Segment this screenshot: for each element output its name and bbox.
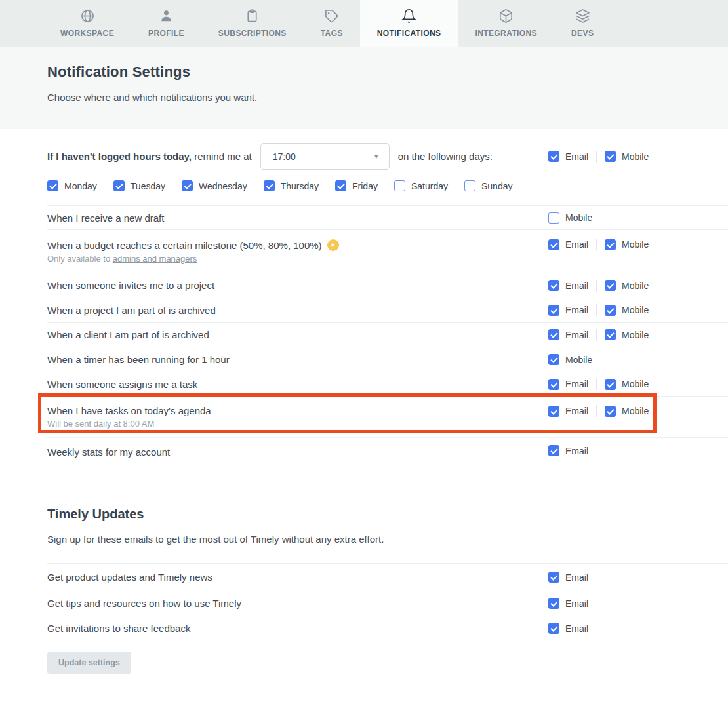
- mobile-checkbox[interactable]: [605, 329, 616, 340]
- channel-label: Mobile: [565, 212, 592, 223]
- row-label: Get invitations to share feedback: [47, 623, 548, 634]
- channel-label: Mobile: [622, 151, 649, 162]
- notification-row-highlighted: When I have tasks on today's agenda Will…: [47, 396, 728, 437]
- time-select[interactable]: 17:00 ▼: [260, 143, 390, 170]
- day-checkbox[interactable]: [47, 180, 58, 191]
- notification-row: When someone invites me to a project Ema…: [47, 273, 728, 298]
- update-row: Get product updates and Timely news Emai…: [47, 563, 728, 591]
- clipboard-icon: [245, 9, 260, 24]
- channel-email[interactable]: Email: [548, 379, 588, 390]
- reminder-channels: Email Mobile: [548, 151, 649, 163]
- tab-devs[interactable]: DEVS: [554, 0, 611, 47]
- day-sunday[interactable]: Sunday: [464, 180, 512, 191]
- channel-email[interactable]: Email: [548, 445, 588, 456]
- email-checkbox[interactable]: [548, 598, 559, 609]
- updates-title: Timely Updates: [47, 507, 681, 522]
- email-checkbox[interactable]: [548, 151, 559, 162]
- row-label: When I have tasks on today's agenda: [47, 405, 548, 416]
- channel-mobile[interactable]: Mobile: [605, 239, 649, 250]
- channel-mobile[interactable]: Mobile: [548, 212, 592, 224]
- email-checkbox[interactable]: [548, 406, 559, 417]
- row-label: When a timer has been running for 1 hour: [47, 354, 548, 365]
- channel-label: Email: [565, 281, 588, 291]
- day-wednesday[interactable]: Wednesday: [182, 180, 247, 191]
- channel-email[interactable]: Email: [548, 305, 588, 316]
- channel-mobile[interactable]: Mobile: [605, 280, 649, 291]
- mobile-checkbox[interactable]: [548, 354, 559, 365]
- admins-managers-link[interactable]: admins and managers: [113, 254, 197, 264]
- day-checkbox[interactable]: [182, 180, 193, 191]
- channel-email[interactable]: Email: [548, 598, 588, 609]
- row-label: When a budget reaches a certain mileston…: [47, 239, 548, 251]
- day-checkbox[interactable]: [335, 180, 346, 191]
- update-row: Get invitations to share feedback Email: [47, 616, 728, 640]
- day-saturday[interactable]: Saturday: [394, 180, 448, 191]
- channel-email[interactable]: Email: [548, 623, 588, 634]
- tab-tags[interactable]: TAGS: [304, 0, 360, 47]
- tab-subscriptions[interactable]: SUBSCRIPTIONS: [201, 0, 304, 47]
- email-checkbox[interactable]: [548, 623, 559, 634]
- updates-section-header: Timely Updates Sign up for these emails …: [0, 479, 728, 563]
- channel-label: Email: [565, 598, 588, 609]
- day-checkbox[interactable]: [264, 180, 275, 191]
- day-checkbox[interactable]: [394, 180, 405, 191]
- channel-mobile[interactable]: Mobile: [548, 354, 592, 365]
- email-checkbox[interactable]: [548, 329, 559, 340]
- channel-email[interactable]: Email: [548, 572, 588, 583]
- mobile-checkbox[interactable]: [548, 212, 559, 224]
- tab-profile[interactable]: PROFILE: [131, 0, 201, 47]
- bell-icon: [401, 9, 416, 24]
- mobile-checkbox[interactable]: [605, 379, 616, 390]
- channel-email[interactable]: Email: [548, 239, 588, 250]
- day-label: Monday: [64, 181, 97, 191]
- tab-integrations[interactable]: INTEGRATIONS: [458, 0, 554, 47]
- divider: [596, 151, 597, 163]
- day-checkbox[interactable]: [113, 180, 125, 191]
- updates-subtitle: Sign up for these emails to get the most…: [47, 534, 681, 563]
- channel-label: Mobile: [622, 281, 649, 291]
- day-thursday[interactable]: Thursday: [264, 180, 319, 191]
- channel-mobile[interactable]: Mobile: [605, 379, 649, 390]
- channel-email[interactable]: Email: [548, 329, 588, 340]
- day-monday[interactable]: Monday: [47, 180, 97, 191]
- email-checkbox[interactable]: [548, 572, 559, 583]
- mobile-checkbox[interactable]: [605, 305, 616, 316]
- reminder-days: Monday Tuesday Wednesday Thursday Friday…: [47, 180, 728, 205]
- email-checkbox[interactable]: [548, 280, 559, 291]
- tab-workspace[interactable]: WORKSPACE: [43, 0, 131, 47]
- row-note: Will be sent daily at 8:00 AM: [47, 419, 548, 429]
- channel-label: Email: [565, 379, 588, 389]
- mobile-checkbox[interactable]: [605, 239, 616, 250]
- day-friday[interactable]: Friday: [335, 180, 378, 191]
- notification-row: When a timer has been running for 1 hour…: [47, 347, 728, 372]
- channel-email[interactable]: Email: [548, 280, 588, 291]
- channel-mobile[interactable]: Mobile: [605, 305, 649, 316]
- day-tuesday[interactable]: Tuesday: [113, 180, 165, 191]
- day-label: Tuesday: [131, 181, 165, 191]
- update-settings-button[interactable]: Update settings: [47, 652, 131, 674]
- email-checkbox[interactable]: [548, 445, 559, 456]
- channel-mobile[interactable]: Mobile: [605, 406, 649, 417]
- notification-row: When I receive a new draft Mobile: [47, 205, 728, 229]
- mobile-checkbox[interactable]: [605, 406, 616, 417]
- day-checkbox[interactable]: [464, 180, 475, 191]
- email-checkbox[interactable]: [548, 379, 559, 390]
- channel-email[interactable]: Email: [548, 406, 588, 417]
- mobile-checkbox[interactable]: [605, 280, 616, 291]
- channel-mobile[interactable]: Mobile: [605, 329, 649, 340]
- tab-label: INTEGRATIONS: [475, 29, 537, 38]
- email-checkbox[interactable]: [548, 239, 559, 250]
- tab-label: NOTIFICATIONS: [377, 29, 441, 38]
- email-checkbox[interactable]: [548, 305, 559, 316]
- mobile-checkbox[interactable]: [605, 151, 616, 162]
- channel-mobile[interactable]: Mobile: [605, 151, 649, 162]
- channel-email[interactable]: Email: [548, 151, 588, 162]
- channel-label: Email: [565, 239, 588, 250]
- page-title: Notification Settings: [47, 64, 681, 81]
- tab-label: PROFILE: [148, 29, 184, 38]
- day-label: Friday: [352, 181, 378, 191]
- tab-notifications[interactable]: NOTIFICATIONS: [360, 0, 458, 47]
- channel-label: Email: [565, 406, 588, 416]
- row-label: Get tips and resources on how to use Tim…: [47, 598, 548, 609]
- chevron-down-icon: ▼: [373, 153, 380, 160]
